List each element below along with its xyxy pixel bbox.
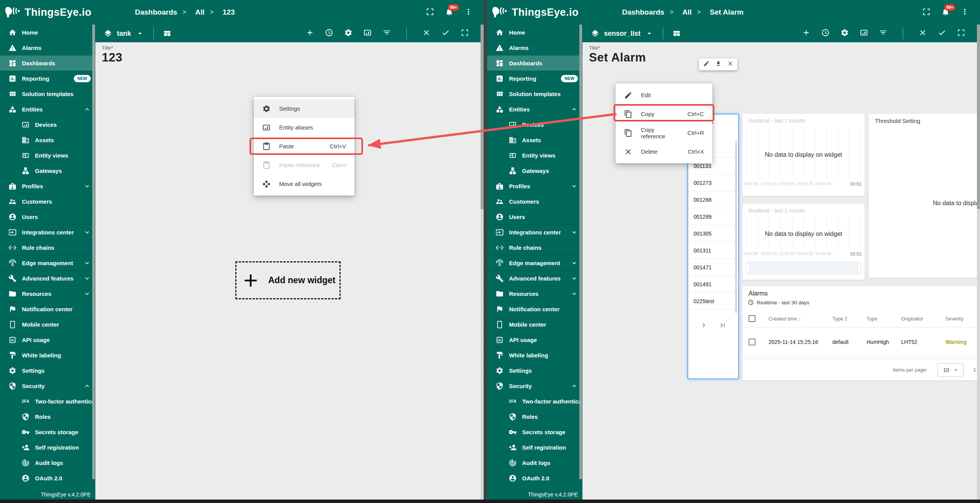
entity-row[interactable]: 001273: [688, 174, 736, 191]
entity-select[interactable]: sensor_list: [604, 30, 641, 38]
add-button[interactable]: [306, 28, 314, 38]
check-button[interactable]: [938, 28, 946, 38]
filter-button[interactable]: [383, 28, 391, 38]
sidebar-item-secrets-storage[interactable]: Secrets storage: [0, 424, 95, 440]
sidebar-item-solution-templates[interactable]: Solution templates: [487, 86, 582, 101]
sidebar-item-gateways[interactable]: Gateways: [487, 163, 582, 178]
menu-item-move-all-widgets[interactable]: Move all widgets: [254, 174, 354, 193]
alarm-row[interactable]: 2025-11-14 15:25:16 default HumHigh LHT5…: [742, 327, 980, 357]
close-widget-button[interactable]: [727, 60, 734, 68]
sidebar-item-security[interactable]: Security: [0, 378, 95, 393]
entity-row[interactable]: 001289: [688, 208, 736, 225]
entity-aliases-button[interactable]: [860, 28, 868, 38]
add-new-widget-button[interactable]: Add new widget: [235, 261, 341, 299]
breadcrumb-item-dashboards[interactable]: Dashboards: [619, 8, 664, 17]
fullscreen-button[interactable]: [426, 7, 434, 18]
entity-row[interactable]: 0225test: [688, 293, 736, 310]
sidebar-item-profiles[interactable]: Profiles: [0, 178, 95, 194]
sidebar-item-mobile-center[interactable]: Mobile center: [0, 317, 95, 332]
menu-item-entity-aliases[interactable]: Entity aliases: [254, 118, 354, 137]
sidebar-item-advanced-features[interactable]: Advanced features: [0, 271, 95, 286]
fullscreen-button[interactable]: [922, 7, 931, 18]
sidebar-item-audit-logs[interactable]: Audit logs: [487, 455, 582, 470]
last-page-icon[interactable]: [719, 321, 727, 329]
alarms-widget[interactable]: Alarms Realtime - last 30 days Created t…: [742, 286, 980, 380]
breadcrumb-item-dashboards[interactable]: Dashboards: [131, 8, 177, 17]
download-widget-button[interactable]: [715, 60, 722, 68]
entity-row[interactable]: 001471: [688, 259, 736, 276]
menu-item-delete[interactable]: Delete Ctrl+X: [616, 142, 712, 161]
column-header-originator[interactable]: Originator: [895, 316, 939, 322]
entity-row[interactable]: 001491: [688, 276, 736, 293]
more-vert-button[interactable]: [960, 7, 969, 18]
sidebar-item-api-usage[interactable]: API usage: [0, 332, 95, 347]
column-header-type-2[interactable]: Type 2: [826, 316, 860, 322]
filter-button[interactable]: [879, 28, 887, 38]
close-button[interactable]: [918, 28, 927, 38]
sidebar-item-settings[interactable]: Settings: [487, 363, 582, 378]
menu-item-edit[interactable]: Edit: [616, 86, 712, 105]
sidebar-item-roles[interactable]: Roles: [487, 409, 582, 424]
sidebar-item-oauth-2-0[interactable]: OAuth 2.0: [0, 470, 95, 486]
check-button[interactable]: [441, 28, 450, 38]
edit-widget-button[interactable]: [703, 60, 710, 68]
sidebar-item-self-registration[interactable]: Self registration: [487, 440, 582, 455]
select-all-checkbox[interactable]: [749, 315, 755, 322]
time-range-slider[interactable]: [747, 261, 860, 275]
sidebar-item-notification-center[interactable]: Notification center: [487, 301, 582, 317]
app-logo[interactable]: ThingsEye.io: [487, 7, 583, 18]
sidebar-item-gateways[interactable]: Gateways: [0, 163, 95, 178]
sidebar-item-assets[interactable]: Assets: [487, 132, 582, 148]
sidebar-item-white-labeling[interactable]: White labeling: [0, 347, 95, 363]
sidebar-item-settings[interactable]: Settings: [0, 363, 95, 378]
sidebar-item-edge-management[interactable]: Edge management: [0, 255, 95, 271]
entity-row[interactable]: 001288: [688, 191, 736, 208]
settings-button[interactable]: [840, 28, 849, 38]
sidebar-item-two-factor-authenticati[interactable]: 2FATwo-factor authenticati…: [487, 393, 582, 409]
slider-handle-left[interactable]: [746, 262, 750, 274]
menu-item-copy[interactable]: Copy Ctrl+C: [616, 105, 712, 123]
chart-widget-top[interactable]: Realtime - last 1 minute No data to disp…: [742, 114, 865, 196]
sidebar-item-edge-management[interactable]: Edge management: [487, 255, 582, 271]
sidebar-item-rule-chains[interactable]: Rule chains: [0, 240, 95, 255]
layout-icon[interactable]: [672, 29, 681, 38]
sidebar-item-home[interactable]: Home: [0, 25, 95, 40]
row-checkbox[interactable]: [749, 339, 755, 345]
sidebar-item-devices[interactable]: Devices: [0, 117, 95, 132]
menu-item-paste-reference[interactable]: Paste reference Ctrl+I: [254, 156, 354, 174]
sidebar-item-self-registration[interactable]: Self registration: [0, 440, 95, 455]
sidebar-item-users[interactable]: Users: [487, 209, 582, 224]
sidebar-scrollbar[interactable]: [579, 25, 582, 479]
sidebar-item-roles[interactable]: Roles: [0, 409, 95, 424]
alarms-timewindow[interactable]: Realtime - last 30 days: [748, 299, 809, 305]
column-header-severity[interactable]: Severity: [939, 316, 978, 322]
menu-item-paste[interactable]: Paste Ctrl+V: [254, 137, 354, 156]
notifications-button[interactable]: 99+: [445, 7, 454, 18]
breadcrumb-item-all[interactable]: All: [679, 8, 692, 17]
caret-down-icon[interactable]: [645, 29, 654, 38]
entity-aliases-button[interactable]: [363, 28, 372, 38]
sidebar-item-two-factor-authenticati[interactable]: 2FATwo-factor authenticati…: [0, 393, 95, 409]
breadcrumb-item-123[interactable]: 123: [219, 8, 235, 17]
sidebar-item-home[interactable]: Home: [487, 25, 582, 40]
sidebar-item-entity-views[interactable]: Entity views: [0, 148, 95, 163]
sidebar-item-audit-logs[interactable]: Audit logs: [0, 455, 95, 470]
sidebar-scrollbar[interactable]: [92, 25, 95, 479]
settings-button[interactable]: [344, 28, 353, 38]
right-window-scrollbar[interactable]: [977, 25, 980, 500]
sidebar-item-entity-views[interactable]: Entity views: [487, 148, 582, 163]
next-page-icon[interactable]: [700, 321, 708, 329]
layout-icon[interactable]: [163, 29, 171, 38]
fullscreen-button[interactable]: [957, 28, 965, 38]
sidebar-item-white-labeling[interactable]: White labeling: [487, 347, 582, 363]
sidebar-item-resources[interactable]: Resources: [0, 286, 95, 301]
sidebar-item-devices[interactable]: Devices: [487, 117, 582, 132]
sidebar-item-alarms[interactable]: Alarms: [0, 40, 95, 55]
sidebar-item-entities[interactable]: Entities: [0, 101, 95, 117]
breadcrumb-item-set-alarm[interactable]: Set Alarm: [706, 8, 744, 17]
sidebar-item-users[interactable]: Users: [0, 209, 95, 224]
sidebar-item-advanced-features[interactable]: Advanced features: [487, 271, 582, 286]
sidebar-item-api-usage[interactable]: API usage: [487, 332, 582, 347]
chart-widget-bottom[interactable]: Realtime - last 1 minute No data to disp…: [742, 204, 865, 280]
page-size-select[interactable]: 10: [937, 363, 963, 377]
